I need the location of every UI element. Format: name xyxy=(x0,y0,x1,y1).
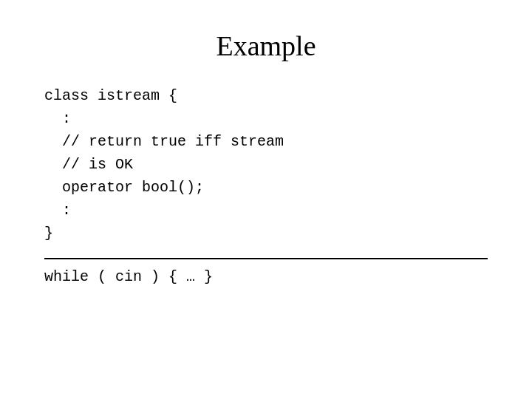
code-line-6: : xyxy=(44,199,488,222)
slide-container: Example class istream { : // return true… xyxy=(0,0,532,399)
code-line-1: class istream { xyxy=(44,84,488,107)
while-line: while ( cin ) { … } xyxy=(44,268,213,285)
horizontal-divider xyxy=(44,258,488,259)
code-line-3: // return true iff stream xyxy=(44,130,488,153)
slide-title: Example xyxy=(216,30,316,62)
code-line-4: // is OK xyxy=(44,153,488,176)
code-line-7: } xyxy=(44,222,488,245)
code-line-2: : xyxy=(44,107,488,130)
code-line-5: operator bool(); xyxy=(44,176,488,199)
code-block: class istream { : // return true iff str… xyxy=(44,84,488,245)
